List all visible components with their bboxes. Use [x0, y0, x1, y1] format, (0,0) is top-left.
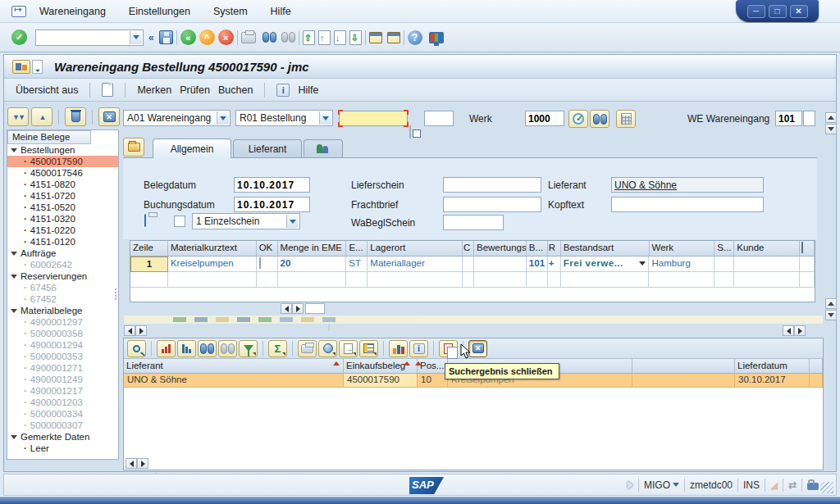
column-header[interactable]: S... — [714, 241, 734, 257]
tree-section-gemerkte-daten[interactable]: Gemerkte Daten — [7, 431, 118, 443]
tree-section-materialbelege[interactable]: Materialbelege — [7, 305, 118, 316]
splitter-handle[interactable] — [114, 288, 117, 310]
command-field[interactable] — [35, 30, 144, 46]
menu-item[interactable]: System — [213, 6, 248, 17]
transaction-exit-icon[interactable] — [11, 6, 26, 17]
frachtbrief-field[interactable] — [443, 197, 541, 212]
tree-item[interactable]: 4151-0820 — [7, 179, 118, 190]
transaction-menu-icon[interactable] — [32, 60, 43, 74]
scroll-down-icon[interactable] — [825, 124, 837, 134]
belegdatum-field[interactable] — [234, 177, 310, 193]
tab-lieferant[interactable]: Lieferant — [233, 139, 302, 157]
tree-section-bestellungen[interactable]: Bestellungen — [7, 144, 118, 156]
chevron-down-icon[interactable] — [286, 215, 299, 228]
tree-item[interactable]: 5000000334 — [7, 408, 118, 420]
column-header[interactable]: OK — [257, 241, 278, 257]
result-scroll-right-icon[interactable] — [137, 458, 148, 469]
details-icon[interactable] — [127, 340, 146, 357]
column-header[interactable]: R — [548, 241, 561, 257]
resize-grip[interactable] — [820, 482, 833, 493]
chevron-down-icon[interactable] — [217, 111, 229, 125]
po-number-field[interactable] — [339, 111, 408, 126]
find-icon[interactable] — [198, 340, 217, 357]
zeile-cell[interactable]: 1 — [130, 257, 168, 272]
hilfe-info-icon[interactable]: i — [276, 84, 290, 97]
tree-item[interactable]: 67452 — [7, 293, 118, 305]
print-checkbox[interactable] — [174, 216, 185, 227]
r-cell[interactable]: + — [548, 257, 561, 272]
sort-descending-icon[interactable] — [177, 340, 196, 357]
merken-button[interactable]: Merken — [137, 84, 171, 96]
tree-item[interactable]: 4900001249 — [7, 374, 118, 385]
tree-item[interactable]: 4151-0520 — [7, 202, 118, 213]
pane-scroll-left-icon[interactable] — [783, 325, 794, 336]
table-settings-icon[interactable] — [800, 241, 815, 257]
column-header[interactable] — [632, 359, 735, 374]
export-icon[interactable] — [339, 340, 358, 357]
search-icon[interactable] — [590, 110, 609, 128]
tree-item[interactable]: 4151-0320 — [7, 213, 118, 225]
chevron-down-icon[interactable] — [673, 483, 679, 487]
new-session-icon[interactable] — [369, 32, 382, 43]
info-icon[interactable]: i — [409, 340, 428, 357]
item-row[interactable]: 1 Kreiselpumpen 20 ST Materiallager 101 … — [130, 257, 815, 272]
status-expand-icon[interactable] — [628, 481, 633, 489]
tree-item[interactable]: Leer — [7, 443, 118, 454]
chevron-down-icon[interactable] — [639, 261, 646, 266]
eme-cell[interactable]: ST — [346, 257, 368, 272]
pane-scroll-left-icon[interactable] — [124, 325, 135, 336]
tree-item[interactable]: 4151-0720 — [7, 190, 118, 202]
column-header[interactable]: Werk — [650, 241, 715, 257]
scroll-down-icon[interactable] — [825, 310, 837, 320]
ok-checkbox[interactable] — [259, 257, 261, 269]
grid-scroll-left-icon[interactable] — [281, 303, 292, 314]
minimize-button[interactable]: ─ — [747, 5, 765, 18]
pane-scroll-right-icon[interactable] — [794, 325, 806, 336]
column-header[interactable]: Zeile — [130, 241, 168, 257]
special-stock-field[interactable] — [803, 111, 815, 126]
column-header[interactable]: Bewertungs... — [474, 241, 527, 257]
filter-icon[interactable] — [239, 340, 258, 357]
tree-item[interactable]: 4151-0120 — [7, 236, 118, 247]
tree-item[interactable]: 4900001217 — [7, 385, 118, 397]
ok-cell[interactable] — [257, 257, 278, 272]
sort-ascending-icon[interactable] — [157, 340, 176, 357]
total-icon[interactable]: Σ — [268, 340, 287, 357]
close-overview-icon[interactable]: ✕ — [98, 107, 120, 126]
views-icon[interactable] — [318, 340, 337, 357]
menge-cell[interactable]: 20 — [278, 257, 347, 272]
last-page-icon[interactable]: ⇩ — [349, 30, 362, 45]
previous-page-icon[interactable]: ↑ — [318, 30, 331, 45]
column-header[interactable]: B... — [527, 241, 548, 257]
tab-partner[interactable] — [304, 139, 343, 157]
buchen-button[interactable]: Buchen — [218, 84, 253, 96]
first-page-icon[interactable]: ⇧ — [303, 30, 315, 45]
reference-combo[interactable]: R01 Bestellung — [235, 110, 333, 126]
movement-type-field[interactable] — [775, 111, 802, 126]
tree-item[interactable]: 4900001203 — [7, 397, 118, 408]
column-header[interactable]: Materialkurztext — [168, 241, 257, 257]
kopftext-field[interactable] — [611, 197, 764, 212]
compare-icon[interactable] — [439, 340, 458, 357]
pos-cell[interactable]: 10 — [418, 374, 448, 388]
tree-section-auftraege[interactable]: Aufträge — [7, 247, 118, 259]
new-document-icon[interactable] — [102, 83, 113, 97]
kunde-cell[interactable] — [734, 257, 800, 272]
chevron-down-icon[interactable] — [319, 111, 331, 125]
exit-icon[interactable]: ^ — [199, 30, 215, 45]
delete-icon[interactable] — [65, 107, 86, 126]
column-header[interactable]: Kunde — [734, 241, 800, 257]
pane-scroll-right-icon[interactable] — [135, 325, 147, 336]
scroll-up-icon[interactable] — [825, 298, 837, 309]
choose-layout-icon[interactable] — [359, 340, 378, 357]
column-header[interactable]: E... — [346, 241, 368, 257]
bewertung-cell[interactable] — [474, 257, 527, 272]
tree-item[interactable]: 4900001294 — [7, 339, 118, 351]
print-slip-icon[interactable] — [144, 215, 146, 226]
tree-item[interactable]: 4151-0220 — [7, 225, 118, 236]
action-combo[interactable]: A01 Wareneingang — [123, 110, 231, 126]
schein-combo[interactable]: 1 Einzelschein — [192, 213, 300, 229]
pruefen-button[interactable]: Prüfen — [180, 84, 210, 96]
grid-scroll-right-icon[interactable] — [292, 303, 304, 314]
enter-icon[interactable]: ✓ — [11, 30, 27, 45]
